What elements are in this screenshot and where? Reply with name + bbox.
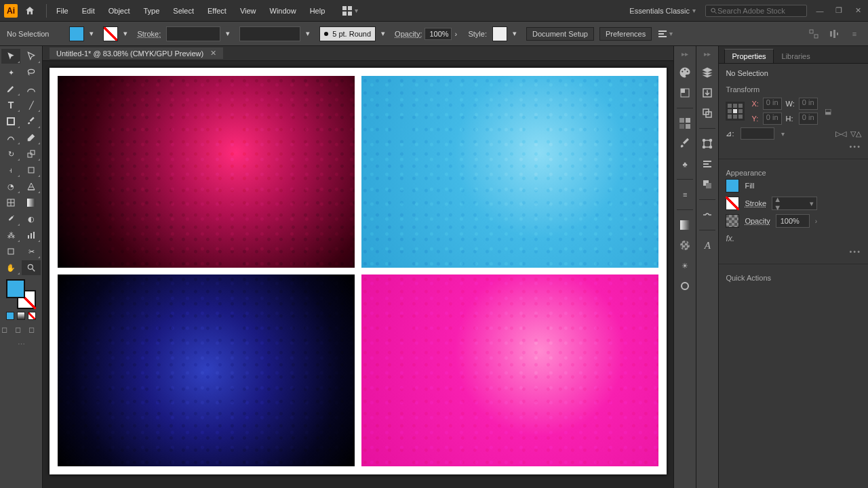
artwork-blue-black[interactable] bbox=[58, 274, 355, 466]
menu-effect[interactable]: Effect bbox=[201, 3, 233, 18]
gradient-panel-icon[interactable] bbox=[677, 217, 693, 233]
magic-wand-tool[interactable]: ✦ bbox=[1, 65, 20, 80]
align-panel-icon[interactable] bbox=[827, 27, 841, 41]
color-panel-icon[interactable] bbox=[677, 64, 693, 81]
appearance-stroke-weight[interactable]: ▲▼▾ bbox=[772, 197, 817, 210]
appearance-fill-swatch[interactable] bbox=[726, 179, 739, 192]
fill-dropdown[interactable]: ▾ bbox=[90, 29, 98, 38]
color-guide-panel-icon[interactable] bbox=[677, 85, 693, 101]
artwork-cyan[interactable] bbox=[361, 76, 658, 268]
opacity-row-dropdown[interactable]: › bbox=[815, 218, 817, 225]
opacity-value-field[interactable]: 100% bbox=[425, 28, 452, 40]
canvas[interactable] bbox=[43, 61, 673, 488]
eraser-tool[interactable] bbox=[22, 130, 41, 145]
graphic-style-swatch[interactable] bbox=[492, 26, 507, 41]
menu-file[interactable]: File bbox=[50, 3, 75, 18]
style-dropdown[interactable]: ▾ bbox=[513, 29, 521, 38]
h-field[interactable]: 0 in bbox=[799, 113, 818, 125]
transparency-panel-icon[interactable] bbox=[677, 237, 693, 253]
brush-definition[interactable]: 5 pt. Round bbox=[319, 26, 376, 41]
artboard-tool[interactable] bbox=[1, 244, 20, 259]
stroke-swatch[interactable] bbox=[103, 26, 118, 41]
appearance-opacity-swatch[interactable] bbox=[726, 214, 739, 228]
color-mode-icon[interactable] bbox=[6, 312, 14, 320]
paintbrush-tool[interactable] bbox=[22, 114, 41, 129]
pathfinder-panel-icon[interactable] bbox=[699, 176, 715, 192]
line-segment-tool[interactable]: ╱ bbox=[22, 98, 41, 113]
rectangle-tool[interactable] bbox=[1, 114, 20, 129]
fill-indicator[interactable] bbox=[6, 279, 25, 298]
brushes-panel-icon[interactable] bbox=[677, 136, 693, 152]
direct-selection-tool[interactable] bbox=[22, 49, 41, 64]
x-field[interactable]: 0 in bbox=[763, 98, 782, 110]
pen-tool[interactable] bbox=[1, 81, 20, 96]
opacity-label[interactable]: Opacity: bbox=[395, 30, 422, 38]
transform-panel-icon[interactable] bbox=[807, 27, 821, 41]
profile-dropdown[interactable]: ▾ bbox=[306, 29, 314, 38]
draw-normal-icon[interactable]: ◻ bbox=[1, 325, 14, 335]
window-close-icon[interactable]: ✕ bbox=[852, 6, 864, 16]
align-to-dropdown[interactable]: ▾ bbox=[657, 28, 673, 39]
menu-help[interactable]: Help bbox=[303, 3, 332, 18]
symbol-sprayer-tool[interactable]: ⁂ bbox=[1, 228, 20, 243]
opacity-dropdown[interactable]: › bbox=[454, 30, 462, 38]
gradient-tool[interactable] bbox=[22, 195, 41, 210]
transform-panel-icon-2[interactable] bbox=[699, 136, 715, 152]
stroke-label[interactable]: Stroke: bbox=[137, 30, 161, 38]
arrange-documents-icon[interactable]: ▾ bbox=[338, 3, 362, 18]
appearance-panel-icon[interactable]: ☀ bbox=[677, 258, 693, 274]
edit-toolbar-icon[interactable]: ⋯ bbox=[1, 340, 41, 349]
appearance-opacity-field[interactable]: 100% bbox=[776, 214, 810, 228]
flip-horizontal-icon[interactable]: ▷◁ bbox=[835, 129, 846, 138]
fill-stroke-indicator[interactable] bbox=[6, 279, 36, 309]
none-mode-icon[interactable] bbox=[28, 312, 36, 320]
character-panel-icon[interactable]: A bbox=[699, 237, 715, 253]
close-icon[interactable]: ✕ bbox=[210, 49, 216, 58]
y-field[interactable]: 0 in bbox=[763, 113, 782, 125]
tab-libraries[interactable]: Libraries bbox=[775, 49, 817, 63]
document-setup-button[interactable]: Document Setup bbox=[526, 27, 594, 41]
type-tool[interactable]: T bbox=[1, 98, 20, 113]
eyedropper-tool[interactable] bbox=[1, 211, 20, 226]
workspace-switcher[interactable]: Essentials Classic ▾ bbox=[627, 4, 698, 18]
selection-tool[interactable] bbox=[1, 49, 20, 64]
stroke-panel-icon[interactable]: ≡ bbox=[677, 186, 693, 203]
tab-properties[interactable]: Properties bbox=[724, 49, 773, 63]
blend-tool[interactable]: ◐ bbox=[22, 211, 41, 226]
shape-builder-tool[interactable]: ◔ bbox=[1, 179, 20, 194]
lasso-tool[interactable] bbox=[22, 65, 41, 80]
perspective-grid-tool[interactable] bbox=[22, 179, 41, 194]
character-panel-link-icon[interactable] bbox=[699, 207, 715, 223]
search-stock-input[interactable] bbox=[717, 7, 802, 15]
expand-panels-icon-2[interactable]: ▸▸ bbox=[704, 50, 711, 58]
rotate-tool[interactable]: ↻ bbox=[1, 146, 20, 161]
hand-tool[interactable]: ✋ bbox=[1, 260, 20, 275]
document-tab[interactable]: Untitled-1* @ 83.08% (CMYK/GPU Preview) … bbox=[50, 47, 223, 59]
scale-tool[interactable] bbox=[22, 146, 41, 161]
draw-inside-icon[interactable]: ◻ bbox=[28, 325, 41, 335]
flip-vertical-icon[interactable]: ▽△ bbox=[850, 129, 861, 138]
slice-tool[interactable]: ✂ bbox=[22, 244, 41, 259]
width-tool[interactable]: ⫞ bbox=[1, 163, 20, 178]
w-field[interactable]: 0 in bbox=[799, 98, 818, 110]
expand-panels-icon[interactable]: ▸▸ bbox=[682, 50, 688, 58]
draw-behind-icon[interactable]: ◻ bbox=[15, 325, 27, 335]
stroke-weight-field[interactable] bbox=[166, 26, 220, 41]
zoom-tool[interactable] bbox=[22, 260, 41, 275]
search-stock-field[interactable] bbox=[705, 5, 807, 17]
reference-point-selector[interactable] bbox=[726, 102, 745, 121]
panel-menu-icon[interactable]: ≡ bbox=[848, 27, 861, 41]
angle-field[interactable] bbox=[741, 127, 774, 140]
home-icon[interactable] bbox=[22, 3, 38, 19]
appearance-more-options[interactable]: ••• bbox=[849, 247, 861, 256]
fill-swatch[interactable] bbox=[69, 26, 84, 41]
artwork-magenta[interactable] bbox=[361, 274, 658, 466]
fx-row[interactable]: fx. bbox=[726, 230, 861, 247]
menu-select[interactable]: Select bbox=[166, 3, 201, 18]
shaper-tool[interactable] bbox=[1, 130, 20, 145]
asset-export-panel-icon[interactable] bbox=[699, 85, 715, 101]
align-panel-icon-2[interactable] bbox=[699, 156, 715, 172]
preferences-button[interactable]: Preferences bbox=[599, 27, 652, 41]
link-wh-icon[interactable]: ⬓ bbox=[825, 107, 831, 116]
mesh-tool[interactable] bbox=[1, 195, 20, 210]
